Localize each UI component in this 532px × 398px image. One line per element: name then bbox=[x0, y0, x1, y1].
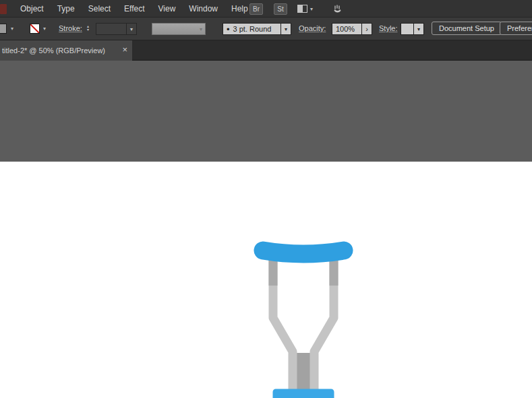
menu-type[interactable]: Type bbox=[51, 0, 82, 18]
arrange-documents-pane-empty bbox=[303, 5, 307, 12]
pasteboard[interactable] bbox=[0, 61, 532, 162]
crutch-grip[interactable] bbox=[276, 392, 331, 398]
brush-name: 3 pt. Round bbox=[233, 25, 272, 33]
stroke-weight-label[interactable]: Stroke: bbox=[59, 24, 82, 32]
opacity-input[interactable]: 100% bbox=[332, 23, 362, 35]
brush-definition-chevron[interactable]: ▾ bbox=[281, 23, 291, 35]
menu-items: Object Type Select Effect View Window He… bbox=[13, 0, 255, 18]
stroke-color-swatch[interactable] bbox=[30, 24, 40, 34]
menu-view[interactable]: View bbox=[152, 0, 183, 18]
illustrator-window: Object Type Select Effect View Window He… bbox=[0, 0, 532, 398]
document-tab-title: titled-2* @ 50% (RGB/Preview) bbox=[2, 46, 115, 55]
stroke-weight-stepper[interactable]: ▴ ▾ bbox=[87, 25, 89, 32]
variable-width-profile-dropdown: ▾ bbox=[152, 23, 206, 35]
crutch-underarm-pad[interactable] bbox=[263, 251, 344, 254]
control-bar: ▾ ▾ Stroke: ▴ ▾ ▾ ▾ • 3 pt. Round ▾ Opac… bbox=[0, 18, 532, 40]
menu-effect[interactable]: Effect bbox=[117, 0, 151, 18]
document-setup-button[interactable]: Document Setup bbox=[432, 22, 502, 35]
opacity-label[interactable]: Opacity: bbox=[299, 24, 326, 32]
brush-definition-field[interactable]: • 3 pt. Round bbox=[223, 23, 281, 35]
arrange-documents-chevron-icon[interactable]: ▾ bbox=[310, 6, 313, 12]
menu-window[interactable]: Window bbox=[182, 0, 225, 18]
document-tab[interactable]: titled-2* @ 50% (RGB/Preview) × bbox=[0, 40, 132, 61]
arrange-documents-icon[interactable] bbox=[297, 5, 307, 13]
stock-button[interactable]: St bbox=[274, 3, 287, 15]
tab-close-icon[interactable]: × bbox=[122, 45, 127, 55]
stroke-color-chevron-icon[interactable]: ▾ bbox=[43, 26, 46, 32]
menu-select[interactable]: Select bbox=[82, 0, 117, 18]
crutch-artwork[interactable] bbox=[223, 232, 384, 398]
opacity-value: 100% bbox=[336, 25, 355, 33]
fill-color-chevron-icon[interactable]: ▾ bbox=[11, 26, 13, 32]
stroke-weight-dropdown[interactable]: ▾ bbox=[127, 23, 137, 35]
clipped-toolbar-icon bbox=[0, 4, 7, 14]
style-dropdown-chevron[interactable]: ▾ bbox=[414, 23, 424, 35]
style-label[interactable]: Style: bbox=[379, 24, 398, 32]
opacity-panel-arrow[interactable]: › bbox=[362, 23, 372, 35]
bridge-button[interactable]: Br bbox=[249, 3, 263, 15]
menu-bar: Object Type Select Effect View Window He… bbox=[0, 0, 532, 18]
menu-object[interactable]: Object bbox=[13, 0, 51, 18]
brush-preview-dot-icon: • bbox=[227, 24, 230, 34]
document-tab-bar: titled-2* @ 50% (RGB/Preview) × bbox=[0, 40, 532, 61]
canvas-viewport[interactable] bbox=[0, 61, 532, 398]
fill-color-swatch[interactable] bbox=[0, 24, 7, 34]
stepper-down-icon[interactable]: ▾ bbox=[87, 28, 89, 32]
stroke-weight-input[interactable] bbox=[96, 23, 127, 35]
preferences-button[interactable]: Preferences bbox=[500, 22, 532, 35]
touch-workspace-icon[interactable] bbox=[332, 3, 343, 18]
style-field[interactable] bbox=[401, 23, 414, 35]
